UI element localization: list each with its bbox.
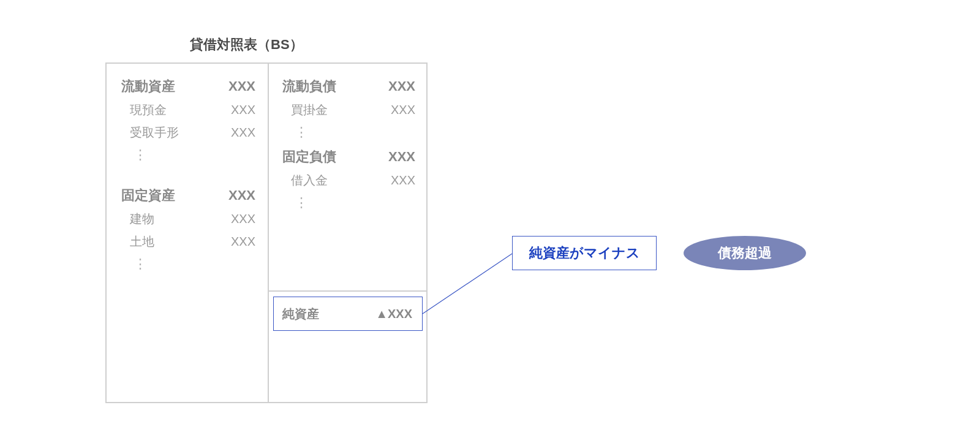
- liability-item: 買掛金 XXX: [282, 102, 415, 118]
- item-label: 借入金: [291, 172, 328, 189]
- svg-line-0: [423, 254, 512, 314]
- heading-label: 固定負債: [282, 148, 336, 166]
- ellipsis-icon: ⋮: [121, 256, 255, 272]
- item-value: XXX: [231, 103, 255, 117]
- bs-title: 貸借対照表（BS）: [190, 36, 303, 54]
- ellipsis-icon: ⋮: [121, 147, 255, 163]
- item-label: 受取手形: [130, 124, 179, 141]
- item-label: 買掛金: [291, 102, 328, 118]
- item-value: XXX: [231, 126, 255, 140]
- ellipsis-icon: ⋮: [282, 124, 415, 140]
- item-label: 現預金: [130, 102, 167, 118]
- diagram-stage: 貸借対照表（BS） 流動資産 XXX 現預金 XXX 受取手形 XXX ⋮ 固定…: [0, 0, 980, 424]
- callout-box: 純資産がマイナス: [512, 236, 657, 270]
- assets-column: 流動資産 XXX 現預金 XXX 受取手形 XXX ⋮ 固定資産 XXX 建物 …: [107, 64, 268, 279]
- net-assets-value: ▲XXX: [375, 307, 412, 321]
- callout-text: 純資産がマイナス: [529, 244, 640, 262]
- heading-label: 流動資産: [121, 77, 175, 96]
- item-value: XXX: [391, 103, 415, 117]
- item-value: XXX: [391, 173, 415, 187]
- asset-item: 現預金 XXX: [121, 102, 255, 118]
- heading-value: XXX: [388, 78, 415, 94]
- item-value: XXX: [231, 212, 255, 226]
- current-assets-heading: 流動資産 XXX: [121, 77, 255, 96]
- item-label: 建物: [130, 211, 154, 227]
- heading-label: 固定資産: [121, 186, 175, 205]
- liability-item: 借入金 XXX: [282, 172, 415, 189]
- heading-value: XXX: [228, 187, 255, 203]
- asset-item: 建物 XXX: [121, 211, 255, 227]
- heading-value: XXX: [228, 78, 255, 94]
- heading-label: 流動負債: [282, 77, 336, 96]
- ellipsis-icon: ⋮: [282, 195, 415, 211]
- asset-item: 受取手形 XXX: [121, 124, 255, 141]
- status-oval: 債務超過: [684, 236, 806, 270]
- current-liabilities-heading: 流動負債 XXX: [282, 77, 415, 96]
- status-text: 債務超過: [718, 244, 772, 262]
- net-assets-divider: [268, 290, 428, 292]
- item-label: 土地: [130, 233, 154, 250]
- heading-value: XXX: [388, 149, 415, 165]
- balance-sheet-box: 流動資産 XXX 現預金 XXX 受取手形 XXX ⋮ 固定資産 XXX 建物 …: [105, 62, 428, 403]
- net-assets-label: 純資産: [282, 306, 319, 322]
- asset-item: 土地 XXX: [121, 233, 255, 250]
- fixed-liabilities-heading: 固定負債 XXX: [282, 148, 415, 166]
- liabilities-column: 流動負債 XXX 買掛金 XXX ⋮ 固定負債 XXX 借入金 XXX ⋮: [268, 64, 428, 218]
- fixed-assets-heading: 固定資産 XXX: [121, 186, 255, 205]
- item-value: XXX: [231, 235, 255, 249]
- net-assets-box: 純資産 ▲XXX: [273, 297, 423, 331]
